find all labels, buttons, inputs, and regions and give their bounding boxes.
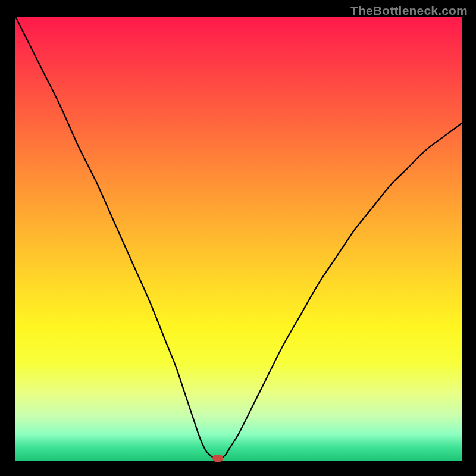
chart-frame: TheBottleneck.com — [0, 0, 476, 476]
curve-svg — [0, 0, 476, 476]
minimum-marker — [212, 455, 223, 462]
bottleneck-curve — [15, 17, 462, 458]
